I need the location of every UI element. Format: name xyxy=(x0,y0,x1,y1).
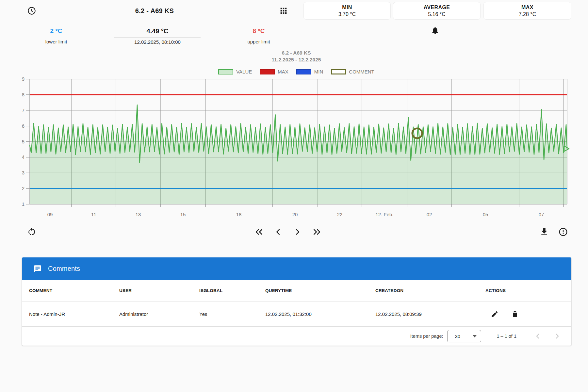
current-value-block: 4.49 °C 12.02.2025, 08:10:00 xyxy=(114,27,201,45)
x-tick-label: 22 xyxy=(337,212,343,217)
x-tick-label: 20 xyxy=(292,212,298,217)
legend-item-comment[interactable]: COMMENT xyxy=(331,69,374,74)
stat-card-average: AVERAGE 5.16 °C xyxy=(393,2,481,20)
dashboard: 6.2 - A69 KS MIN 3.70 °C AVERAGE 5.16 °C… xyxy=(0,0,588,392)
edit-comment-button[interactable] xyxy=(491,310,498,318)
legend-label: MIN xyxy=(314,69,323,74)
stat-value: 5.16 °C xyxy=(428,11,446,17)
y-tick-label: 1 xyxy=(22,201,24,207)
chevron-left-icon xyxy=(533,332,542,340)
x-tick-label: 13 xyxy=(136,212,141,217)
chart-subtitle: 11.2.2025 - 12.2.2025 xyxy=(0,57,588,63)
alerts-button[interactable] xyxy=(558,227,568,237)
value-chart[interactable]: 9876543210911131518202212. Feb.020507 xyxy=(0,76,588,220)
stat-label: AVERAGE xyxy=(424,5,450,10)
cell-isglobal: Yes xyxy=(199,302,207,326)
page-first-button[interactable] xyxy=(254,227,264,237)
page-size-value: 30 xyxy=(455,334,461,339)
col-header-querytime: QUERYTIME xyxy=(265,280,292,302)
comments-header: Comments xyxy=(22,257,571,280)
items-per-page-label: Items per page: xyxy=(410,334,443,339)
value-area xyxy=(30,105,567,204)
cell-querytime: 12.02.2025, 01:32:00 xyxy=(265,302,312,326)
legend-swatch-comment xyxy=(331,69,346,74)
paginator-prev-button[interactable] xyxy=(533,332,542,340)
cell-user: Administrator xyxy=(119,302,148,326)
col-header-createdon: CREATEDON xyxy=(375,280,403,302)
legend-swatch-min xyxy=(296,69,311,74)
col-header-actions: ACTIONS xyxy=(485,280,506,302)
legend-item-value[interactable]: VALUE xyxy=(218,69,252,74)
rotate-left-refresh-icon xyxy=(27,227,37,237)
upper-limit-block: 8 °C upper limit xyxy=(241,27,276,44)
legend-label: MAX xyxy=(278,69,288,74)
stat-value: 7.28 °C xyxy=(519,11,536,17)
page-next-button[interactable] xyxy=(293,227,302,237)
y-tick-label: 4 xyxy=(22,154,24,160)
legend-item-min[interactable]: MIN xyxy=(296,69,323,74)
edit-pencil-icon xyxy=(491,310,498,318)
legend-item-max[interactable]: MAX xyxy=(260,69,288,74)
y-tick-label: 8 xyxy=(22,92,24,97)
x-tick-label: 07 xyxy=(539,212,544,217)
error-outline-icon xyxy=(558,227,568,237)
alarm-button[interactable] xyxy=(431,26,439,35)
x-tick-label: 18 xyxy=(236,212,242,217)
x-tick-label: 11 xyxy=(91,212,96,217)
page-title: 6.2 - A69 KS xyxy=(0,0,309,22)
refresh-button[interactable] xyxy=(27,227,37,237)
lower-limit-value[interactable]: 2 °C xyxy=(38,27,75,37)
delete-trash-icon xyxy=(511,310,519,318)
legend-swatch-max xyxy=(260,69,275,74)
paginator: Items per page: 30 1 – 1 of 1 xyxy=(22,327,571,346)
current-value: 4.49 °C xyxy=(114,27,201,38)
y-tick-label: 6 xyxy=(22,123,24,129)
x-tick-label: 02 xyxy=(427,212,432,217)
stat-card-max: MAX 7.28 °C xyxy=(483,2,571,20)
stat-card-min: MIN 3.70 °C xyxy=(303,2,391,20)
chart-legend: VALUE MAX MIN COMMENT xyxy=(0,69,588,74)
y-tick-label: 3 xyxy=(22,170,24,175)
chevron-left-icon xyxy=(273,227,283,237)
legend-label: VALUE xyxy=(236,69,252,74)
chat-icon xyxy=(33,265,42,273)
notifications-bell-icon xyxy=(431,26,439,35)
stat-label: MAX xyxy=(521,5,533,10)
page-size-select[interactable]: 30 xyxy=(447,330,481,342)
delete-comment-button[interactable] xyxy=(511,310,519,318)
page-range-label: 1 – 1 of 1 xyxy=(497,334,516,339)
cell-createdon: 12.02.2025, 08:09:39 xyxy=(375,302,422,326)
col-header-user: USER xyxy=(119,280,132,302)
cell-comment: Note - Admin-JR xyxy=(29,302,65,326)
upper-limit-value[interactable]: 8 °C xyxy=(241,27,276,37)
x-tick-label: 12. Feb. xyxy=(375,212,393,217)
x-tick-label: 15 xyxy=(180,212,186,217)
top-divider xyxy=(16,24,302,24)
apps-grid-icon xyxy=(279,6,288,15)
download-button[interactable] xyxy=(539,227,549,237)
paginator-next-button[interactable] xyxy=(553,332,562,340)
page-last-button[interactable] xyxy=(312,227,322,237)
col-header-comment: COMMENT xyxy=(29,280,52,302)
section-divider xyxy=(0,47,588,47)
page-prev-button[interactable] xyxy=(273,227,283,237)
double-chevron-right-icon xyxy=(312,227,322,237)
y-tick-label: 5 xyxy=(22,139,24,144)
legend-swatch-value xyxy=(218,69,233,74)
comments-title: Comments xyxy=(48,265,80,272)
lower-limit-block: 2 °C lower limit xyxy=(35,27,78,44)
apps-grid-button[interactable] xyxy=(279,6,288,15)
double-chevron-left-icon xyxy=(254,227,264,237)
current-value-timestamp: 12.02.2025, 08:10:00 xyxy=(114,39,201,45)
dropdown-caret-icon xyxy=(473,335,477,337)
stat-value: 3.70 °C xyxy=(338,11,356,17)
chevron-right-icon xyxy=(553,332,562,340)
stat-label: MIN xyxy=(342,5,352,10)
lower-limit-label: lower limit xyxy=(35,39,78,44)
y-tick-label: 9 xyxy=(22,76,24,82)
chart-title: 6.2 - A69 KS xyxy=(0,50,588,56)
comments-panel: Comments COMMENT USER ISGLOBAL QUERYTIME… xyxy=(22,257,571,346)
legend-label: COMMENT xyxy=(349,69,374,74)
download-icon xyxy=(539,227,549,237)
chevron-right-icon xyxy=(293,227,302,237)
